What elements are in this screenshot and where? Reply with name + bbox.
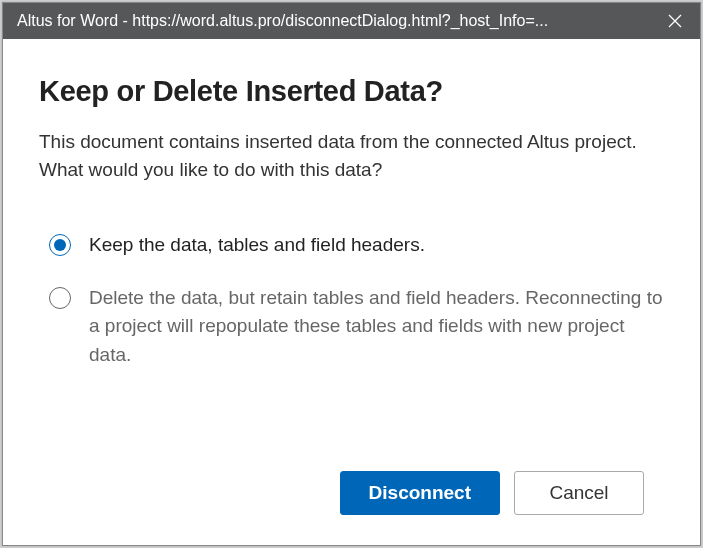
- radio-option-delete[interactable]: Delete the data, but retain tables and f…: [39, 284, 664, 370]
- dialog-content: Keep or Delete Inserted Data? This docum…: [3, 39, 700, 545]
- close-icon: [668, 14, 682, 28]
- dialog-window: Altus for Word - https://word.altus.pro/…: [2, 2, 701, 546]
- radio-dot: [54, 239, 66, 251]
- cancel-button[interactable]: Cancel: [514, 471, 644, 515]
- radio-label-keep: Keep the data, tables and field headers.: [89, 231, 425, 260]
- button-row: Disconnect Cancel: [39, 451, 664, 515]
- close-button[interactable]: [650, 3, 700, 39]
- radio-label-delete: Delete the data, but retain tables and f…: [89, 284, 664, 370]
- dialog-title: Keep or Delete Inserted Data?: [39, 75, 664, 108]
- radio-indicator: [49, 287, 71, 309]
- titlebar: Altus for Word - https://word.altus.pro/…: [3, 3, 700, 39]
- titlebar-text: Altus for Word - https://word.altus.pro/…: [17, 12, 650, 30]
- dialog-description: This document contains inserted data fro…: [39, 128, 664, 183]
- disconnect-button[interactable]: Disconnect: [340, 471, 500, 515]
- radio-group: Keep the data, tables and field headers.…: [39, 231, 664, 369]
- radio-indicator: [49, 234, 71, 256]
- radio-option-keep[interactable]: Keep the data, tables and field headers.: [39, 231, 664, 260]
